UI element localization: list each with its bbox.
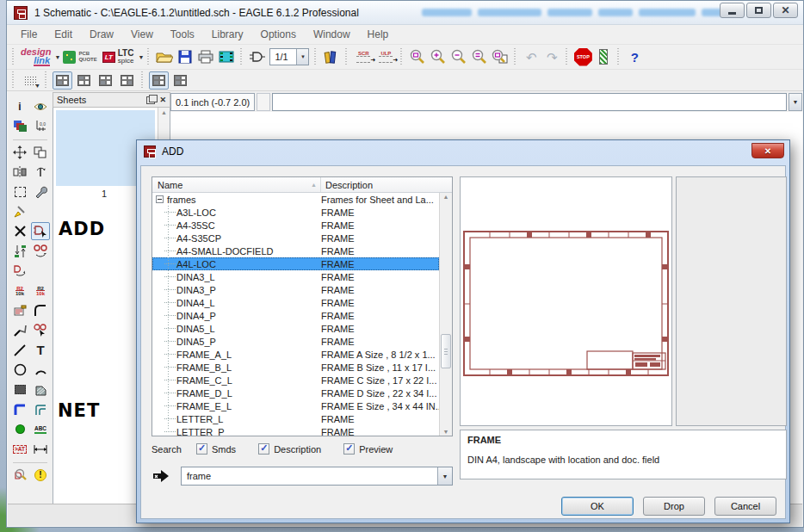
scroll-down-icon[interactable]: ▼: [440, 429, 452, 435]
tree-row[interactable]: DINA5_P FRAME: [152, 335, 439, 348]
tree-row[interactable]: FRAME_A_L FRAME A Size , 8 1/2 x 1...: [152, 348, 439, 361]
text-tool[interactable]: T: [31, 341, 50, 359]
add-dialog-close-button[interactable]: ✕: [751, 143, 784, 158]
menu-item[interactable]: Window: [305, 26, 359, 43]
redo-button[interactable]: ↷: [541, 46, 562, 67]
dialog-button[interactable]: Cancel: [714, 497, 776, 516]
checkbox-icon[interactable]: [343, 443, 355, 455]
scroll-up-icon[interactable]: ▲: [440, 194, 452, 200]
menu-item[interactable]: File: [12, 26, 46, 43]
miter-tool[interactable]: [31, 301, 50, 319]
toolbar-drag-handle[interactable]: [566, 48, 569, 65]
wire-tool[interactable]: [10, 341, 29, 359]
designlink-dropdown-icon[interactable]: ▼: [54, 54, 60, 60]
display-tool[interactable]: [10, 117, 29, 135]
toolbar-drag-handle[interactable]: [514, 48, 517, 65]
show-tool[interactable]: [31, 97, 50, 115]
pane-split-button-2[interactable]: [170, 71, 190, 90]
zoom-in-button[interactable]: [428, 46, 448, 67]
move-tool[interactable]: [10, 143, 29, 161]
value-tool[interactable]: R210k: [31, 281, 50, 300]
tree-row[interactable]: DINA3_L FRAME: [152, 270, 439, 283]
menu-item[interactable]: Library: [203, 26, 252, 43]
tree-row[interactable]: A3L-LOC FRAME: [152, 206, 439, 219]
scroll-up-icon[interactable]: ▲: [161, 109, 167, 115]
menu-item[interactable]: Help: [359, 26, 398, 43]
delete-tool[interactable]: [10, 222, 29, 240]
toolbar-drag-handle[interactable]: [240, 48, 244, 65]
gateswap-tool[interactable]: [31, 242, 50, 260]
junction-tool[interactable]: [10, 420, 29, 438]
float-panel-icon[interactable]: [146, 96, 155, 104]
errors-tool[interactable]: !: [31, 466, 50, 484]
circle-tool[interactable]: [10, 361, 29, 379]
mirror-tool[interactable]: [10, 163, 29, 181]
pane-layout-button-4[interactable]: [117, 71, 137, 90]
tree-row[interactable]: A4-SMALL-DOCFIELD FRAME: [152, 244, 439, 257]
zoom-select-button[interactable]: [469, 46, 490, 67]
run-script-button[interactable]: SCR: [352, 46, 374, 67]
cut-tool[interactable]: [10, 202, 29, 220]
zoom-fit-button[interactable]: [407, 46, 428, 67]
toolbar-drag-handle[interactable]: [147, 48, 151, 65]
sheet-icon-button[interactable]: [247, 46, 268, 67]
copy-tool[interactable]: [31, 143, 50, 161]
toolbar-drag-handle[interactable]: [12, 48, 15, 65]
group-tool[interactable]: [10, 182, 29, 201]
use-library-button[interactable]: [321, 46, 342, 67]
checkbox-icon[interactable]: [258, 443, 269, 455]
tree-row[interactable]: FRAME_C_L FRAME C Size , 17 x 22 I...: [152, 374, 439, 387]
search-combo-dropdown-icon[interactable]: ▼: [437, 467, 452, 485]
menu-item[interactable]: View: [122, 26, 162, 43]
toolbar-drag-handle[interactable]: [45, 71, 48, 89]
erc-tool[interactable]: [10, 466, 29, 484]
command-input[interactable]: [272, 93, 787, 111]
checkbox-icon[interactable]: [196, 443, 207, 455]
search-combo-value[interactable]: frame: [182, 471, 437, 481]
search-option-checkbox[interactable]: Preview: [343, 443, 393, 455]
close-button[interactable]: ✕: [773, 3, 798, 18]
open-button[interactable]: [154, 46, 175, 67]
pinswap-tool[interactable]: [10, 242, 29, 260]
minimize-button[interactable]: [720, 3, 745, 18]
designlink-button[interactable]: design link: [19, 46, 53, 67]
toolbar-drag-handle[interactable]: [314, 48, 318, 65]
menu-item[interactable]: Draw: [81, 26, 122, 43]
attribute-tool[interactable]: >AT: [10, 440, 29, 458]
stop-button[interactable]: STOP: [572, 46, 593, 67]
save-button[interactable]: [175, 46, 195, 67]
ltc-spice-button[interactable]: LT LTCspice: [100, 46, 137, 67]
pcb-quote-button[interactable]: PCBQUOTE: [60, 46, 99, 67]
tree-row[interactable]: LETTER_P FRAME: [152, 425, 439, 436]
scrollbar-thumb[interactable]: [441, 334, 451, 368]
tree-row[interactable]: DINA5_L FRAME: [152, 322, 439, 335]
column-header-description[interactable]: Description: [321, 177, 452, 192]
tree-row[interactable]: A4L-LOC FRAME: [152, 257, 439, 270]
info-tool[interactable]: i: [10, 97, 29, 115]
grid-button[interactable]: ▼: [19, 71, 41, 90]
run-ulp-button[interactable]: ULP: [374, 46, 397, 67]
rotate-tool[interactable]: [31, 163, 50, 181]
zoom-out-button[interactable]: [448, 46, 469, 67]
add-tool[interactable]: [31, 222, 50, 240]
tree-row[interactable]: FRAME_D_L FRAME D Size , 22 x 34 I...: [152, 387, 439, 399]
change-tool[interactable]: [31, 182, 50, 201]
pane-layout-button-1[interactable]: [53, 71, 72, 90]
tree-row[interactable]: DINA4_P FRAME: [152, 309, 439, 322]
tree-row[interactable]: A4-35SC FRAME: [152, 219, 439, 232]
bus-tool[interactable]: [10, 400, 29, 418]
toolbar-drag-handle[interactable]: [141, 71, 145, 89]
pane-split-button-1[interactable]: [149, 71, 169, 90]
toolbar-drag-handle[interactable]: [617, 48, 621, 65]
arc-tool[interactable]: [31, 361, 50, 379]
name-tool[interactable]: R210k: [10, 281, 29, 300]
search-go-icon[interactable]: [152, 469, 170, 483]
search-option-checkbox[interactable]: Smds: [196, 443, 236, 455]
print-button[interactable]: [195, 46, 216, 67]
rect-tool[interactable]: [10, 380, 29, 399]
toolbar-drag-handle[interactable]: [12, 71, 15, 89]
mark-tool[interactable]: 0,0: [31, 117, 50, 135]
tree-row[interactable]: FRAME_E_L FRAME E Size , 34 x 44 IN...: [152, 399, 439, 412]
sheet-selector-combo[interactable]: 1/1 ▼: [269, 48, 309, 65]
polygon-tool[interactable]: [31, 380, 50, 399]
